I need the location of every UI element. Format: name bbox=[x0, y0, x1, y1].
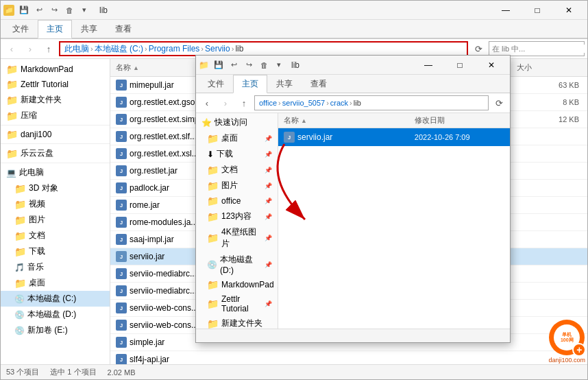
second-maximize-btn[interactable]: □ bbox=[444, 56, 476, 75]
tab-home[interactable]: 主页 bbox=[38, 20, 72, 38]
second-refresh-btn[interactable]: ⟳ bbox=[491, 95, 507, 110]
sidebar-label: 快速访问 bbox=[215, 117, 272, 128]
sidebar-item-danji100[interactable]: 📁 danji100 bbox=[1, 127, 110, 142]
forward-button[interactable]: › bbox=[22, 41, 38, 56]
second-tab-view[interactable]: 查看 bbox=[302, 75, 336, 93]
save-button[interactable]: 💾 bbox=[17, 3, 31, 17]
delete-button[interactable]: 🗑 bbox=[62, 3, 76, 17]
close-button[interactable]: ✕ bbox=[553, 1, 585, 20]
tab-file[interactable]: 文件 bbox=[3, 20, 38, 38]
selected-size: 2.02 MB bbox=[108, 368, 136, 377]
address-bar[interactable]: 此电脑 › 本地磁盘 (C:) › Program Files › Servii… bbox=[59, 41, 468, 56]
ribbon: 文件 主页 共享 查看 bbox=[1, 20, 587, 39]
pin-icon: 📌 bbox=[265, 151, 272, 158]
second-back-btn[interactable]: ‹ bbox=[199, 95, 215, 110]
maximize-button[interactable]: □ bbox=[522, 1, 553, 20]
second-close-btn[interactable]: ✕ bbox=[476, 56, 507, 75]
sidebar-item-desktop[interactable]: 📁 桌面 bbox=[1, 275, 110, 291]
second-tab-file[interactable]: 文件 bbox=[199, 75, 233, 93]
breadcrumb-programfiles[interactable]: Program Files bbox=[149, 44, 200, 54]
sep4: › bbox=[232, 45, 234, 53]
second-minimize-btn[interactable]: — bbox=[413, 56, 444, 75]
divider bbox=[1, 163, 110, 163]
sidebar-item-music[interactable]: 🎵 音乐 bbox=[1, 259, 110, 275]
sidebar-item-drive-d[interactable]: 💿 本地磁盘 (D:) bbox=[1, 307, 110, 322]
divider bbox=[1, 125, 110, 126]
second-redo-btn[interactable]: ↪ bbox=[242, 58, 256, 72]
second-undo-btn[interactable]: ↩ bbox=[227, 58, 241, 72]
second-sidebar-desktop[interactable]: 📁 桌面 📌 bbox=[196, 130, 278, 146]
folder-icon: 📁 bbox=[207, 298, 219, 309]
second-forward-btn[interactable]: › bbox=[217, 95, 234, 110]
second-sidebar-quickaccess[interactable]: ⭐ 快速访问 bbox=[196, 115, 278, 130]
sidebar-item-drive-c[interactable]: 💿 本地磁盘 (C:) bbox=[1, 291, 110, 307]
qat-dropdown[interactable]: ▾ bbox=[77, 3, 91, 17]
sidebar-item-3dobjects[interactable]: 📁 3D 对象 bbox=[1, 180, 110, 196]
second-save-btn[interactable]: 💾 bbox=[212, 58, 225, 72]
sidebar-item-newfolder[interactable]: 📁 新建文件夹 bbox=[1, 92, 110, 108]
second-col-name[interactable]: 名称 ▲ bbox=[278, 113, 409, 128]
second-sidebar-drived[interactable]: 💿 本地磁盘 (D:) 📌 bbox=[196, 252, 278, 277]
refresh-button[interactable]: ⟳ bbox=[470, 41, 487, 56]
sidebar-item-drive-e[interactable]: 💿 新加卷 (E:) bbox=[1, 322, 110, 338]
sidebar-item-markdownpad[interactable]: 📁 MarkdownPad bbox=[1, 62, 110, 77]
second-breadcrumb-serviio5057[interactable]: serviio_5057 bbox=[282, 99, 325, 107]
second-breadcrumb-office[interactable]: office bbox=[259, 99, 277, 107]
folder-icon: 📁 bbox=[207, 195, 219, 206]
second-sidebar-pictures[interactable]: 📁 图片 📌 bbox=[196, 178, 278, 193]
sidebar-label: 123内容 bbox=[221, 211, 262, 222]
up-button[interactable]: ↑ bbox=[40, 41, 57, 56]
folder-icon: 📁 bbox=[207, 165, 219, 176]
second-breadcrumb-crack[interactable]: crack bbox=[330, 99, 348, 107]
sort-arrow: ▲ bbox=[133, 64, 139, 71]
sidebar-item-video[interactable]: 📁 视频 bbox=[1, 196, 110, 212]
second-col-date[interactable]: 修改日期 bbox=[409, 113, 510, 128]
second-sidebar-zettlr[interactable]: 📁 Zettlr Tutorial 📌 bbox=[196, 292, 278, 316]
second-sidebar-wallpaper[interactable]: 📁 4K壁纸图片 📌 bbox=[196, 224, 278, 252]
second-sidebar-office[interactable]: 📁 office 📌 bbox=[196, 193, 278, 209]
undo-button[interactable]: ↩ bbox=[32, 3, 46, 17]
tab-share[interactable]: 共享 bbox=[72, 20, 106, 38]
filename: padlock.jar bbox=[130, 183, 169, 193]
filename: rome-modules.ja... bbox=[130, 217, 197, 227]
second-sidebar-markdownpad[interactable]: 📁 MarkdownPad 📌 bbox=[196, 277, 278, 292]
second-qat-dropdown[interactable]: ▾ bbox=[272, 58, 286, 72]
second-up-btn[interactable]: ↑ bbox=[236, 95, 252, 110]
second-sidebar-newfile[interactable]: 📁 新建文件夹 bbox=[196, 316, 278, 329]
redo-button[interactable]: ↪ bbox=[47, 3, 61, 17]
second-delete-btn[interactable]: 🗑 bbox=[257, 58, 271, 72]
sidebar-label: 新加卷 (E:) bbox=[27, 324, 104, 336]
sidebar-item-downloads[interactable]: 📁 下载 bbox=[1, 244, 110, 259]
second-sidebar-documents[interactable]: 📁 文档 📌 bbox=[196, 162, 278, 178]
second-table-row[interactable]: J serviio.jar 2022-10-26 7:09 bbox=[278, 128, 510, 146]
breadcrumb-computer[interactable]: 此电脑 bbox=[64, 43, 89, 55]
sort-arrow: ▲ bbox=[301, 117, 307, 124]
second-col-headers: 名称 ▲ 修改日期 bbox=[278, 113, 510, 128]
minimize-button[interactable]: — bbox=[490, 1, 522, 20]
second-title-bar: 📁 💾 ↩ ↪ 🗑 ▾ lib — □ ✕ bbox=[196, 56, 510, 75]
table-row[interactable]: Jslf4j-api.jar bbox=[110, 351, 587, 364]
sidebar-item-zettlr[interactable]: 📁 Zettlr Tutorial bbox=[1, 77, 110, 92]
jar-icon: J bbox=[116, 148, 127, 159]
search-input[interactable] bbox=[492, 45, 587, 53]
second-tab-home[interactable]: 主页 bbox=[233, 75, 267, 93]
tab-view[interactable]: 查看 bbox=[106, 20, 140, 38]
breadcrumb-drive[interactable]: 本地磁盘 (C:) bbox=[95, 43, 143, 55]
col-header-size[interactable]: 大小 bbox=[511, 60, 587, 75]
second-sidebar-downloads[interactable]: ⬇ 下载 📌 bbox=[196, 146, 278, 162]
back-button[interactable]: ‹ bbox=[3, 41, 20, 56]
jar-icon: J bbox=[116, 80, 127, 91]
cell-type bbox=[417, 358, 509, 361]
second-tab-share[interactable]: 共享 bbox=[267, 75, 302, 93]
sidebar-item-luyun[interactable]: 📁 乐云云盘 bbox=[1, 145, 110, 161]
sidebar-item-compress[interactable]: 📁 压缩 bbox=[1, 108, 110, 123]
second-window[interactable]: 📁 💾 ↩ ↪ 🗑 ▾ lib — □ ✕ 文件 主页 共享 查看 ‹ › ↑ … bbox=[195, 55, 511, 343]
breadcrumb-serviio[interactable]: Serviio bbox=[205, 44, 230, 54]
sidebar-item-thispc[interactable]: 💻 此电脑 bbox=[1, 165, 110, 180]
second-address-bar[interactable]: office › serviio_5057 › crack › lib bbox=[254, 95, 489, 110]
cell-size bbox=[509, 307, 587, 309]
second-sidebar-123[interactable]: 📁 123内容 📌 bbox=[196, 209, 278, 224]
sidebar-label: 3D 对象 bbox=[29, 182, 104, 194]
sidebar-item-documents[interactable]: 📁 文档 bbox=[1, 228, 110, 244]
sidebar-item-pictures[interactable]: 📁 图片 bbox=[1, 212, 110, 228]
